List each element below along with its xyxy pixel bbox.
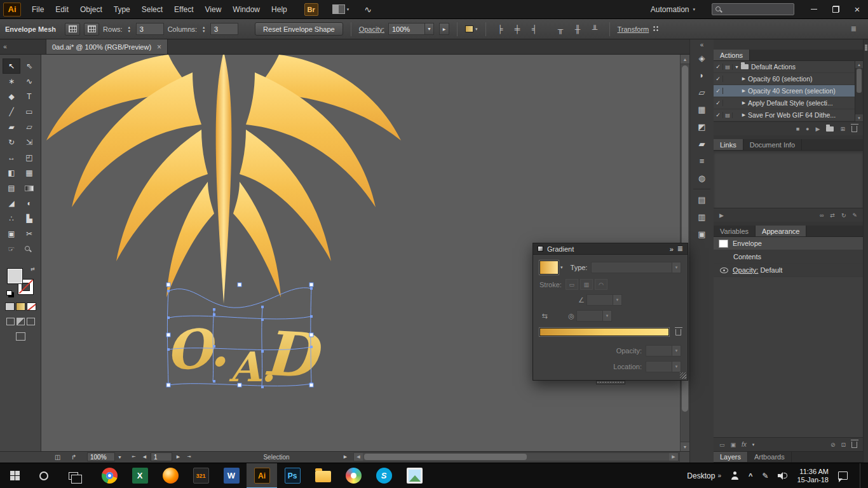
- tool-lasso[interactable]: ∿: [20, 74, 38, 89]
- tool-free-transform[interactable]: ◰: [20, 150, 38, 165]
- tool-artboard[interactable]: ▣: [3, 226, 20, 241]
- chevron-down-icon[interactable]: ▼: [115, 455, 125, 459]
- columns-stepper[interactable]: ▲▼: [201, 25, 207, 33]
- tab-document-info[interactable]: Document Info: [743, 139, 803, 150]
- desktop-toolbar[interactable]: Desktop »: [687, 471, 721, 480]
- new-action-icon[interactable]: ⊞: [840, 126, 845, 132]
- align-bottom-icon[interactable]: ╨: [588, 24, 602, 35]
- relink-icon[interactable]: ⇄: [830, 212, 835, 219]
- minimize-button[interactable]: [803, 0, 825, 18]
- chevron-down-icon[interactable]: ▼: [603, 310, 612, 322]
- none-button[interactable]: [27, 302, 36, 311]
- chevron-down-icon[interactable]: ▼: [672, 361, 681, 372]
- tool-perspective-grid[interactable]: ▦: [20, 165, 38, 180]
- opacity-slider-button[interactable]: ▶: [439, 23, 449, 35]
- reference-point-icon[interactable]: [653, 25, 660, 32]
- new-stroke-icon[interactable]: ▭: [719, 442, 725, 448]
- taskbar-app-video[interactable]: 321: [186, 463, 216, 488]
- draw-inside-button[interactable]: [27, 318, 35, 325]
- action-row[interactable]: ✓ ▶ Opacity 60 (selection): [714, 73, 863, 85]
- taskbar-app-file-explorer[interactable]: [308, 463, 338, 488]
- taskbar-app-skype[interactable]: S: [369, 463, 399, 488]
- reverse-gradient-icon[interactable]: ⇆: [539, 312, 550, 320]
- align-middle-icon[interactable]: ╫: [571, 24, 585, 35]
- resize-grip-icon[interactable]: [680, 372, 686, 379]
- scroll-right-icon[interactable]: ▶: [669, 453, 678, 461]
- gradient-angle-field[interactable]: [587, 294, 613, 306]
- tool-line[interactable]: ╱: [3, 104, 20, 119]
- duplicate-item-icon[interactable]: ⊡: [841, 442, 846, 448]
- cs-live-icon[interactable]: ∿: [364, 4, 372, 15]
- bridge-button[interactable]: Br: [304, 3, 318, 16]
- appearance-row-envelope[interactable]: Envelope: [714, 237, 863, 250]
- zoom-dropdown[interactable]: 100% ▼: [87, 452, 125, 462]
- tool-zoom[interactable]: [20, 241, 38, 257]
- dock-icon-transform[interactable]: ▱: [690, 84, 714, 101]
- tab-variables[interactable]: Variables: [714, 226, 756, 236]
- appearance-row-opacity[interactable]: Opacity: Default: [714, 264, 863, 277]
- collapse-toolbar-icon[interactable]: «: [0, 39, 10, 54]
- action-row-selected[interactable]: ✓ ▶ Opacity 40 Screen (selection): [714, 85, 863, 97]
- columns-input[interactable]: 3: [210, 23, 238, 35]
- action-row[interactable]: ✓ ▶ Apply Default Style (selecti...: [714, 97, 863, 109]
- clear-appearance-icon[interactable]: ⊘: [831, 442, 836, 448]
- expander-right-icon[interactable]: ▶: [740, 112, 748, 118]
- action-dialog-icon[interactable]: ▤: [723, 112, 733, 118]
- taskbar-app-illustrator[interactable]: Ai: [247, 463, 277, 488]
- menu-object[interactable]: Object: [74, 0, 108, 19]
- show-desktop-button[interactable]: [860, 463, 863, 488]
- chevron-down-icon[interactable]: ▼: [672, 262, 681, 273]
- taskbar-clock[interactable]: 11:36 AM 15-Jan-18: [797, 468, 829, 484]
- menu-view[interactable]: View: [200, 0, 227, 19]
- cortana-button[interactable]: [29, 463, 58, 488]
- menu-select[interactable]: Select: [136, 0, 168, 19]
- control-panel-menu-icon[interactable]: ≣: [851, 25, 857, 33]
- color-button[interactable]: [5, 302, 15, 311]
- collapse-panel-icon[interactable]: »: [670, 245, 674, 253]
- stroke-gradient-within-icon[interactable]: ▭: [566, 279, 578, 290]
- tool-selection[interactable]: ↖: [3, 58, 20, 74]
- horizontal-scroll-thumb[interactable]: [364, 454, 527, 460]
- align-top-icon[interactable]: ╥: [554, 24, 567, 35]
- people-icon[interactable]: [731, 471, 739, 480]
- gradient-opacity-field[interactable]: [646, 345, 672, 356]
- appearance-row-contents[interactable]: Contents: [714, 250, 863, 264]
- tool-symbol-sprayer[interactable]: ∴: [3, 211, 20, 226]
- tab-appearance[interactable]: Appearance: [756, 226, 806, 236]
- chevron-down-icon[interactable]: ▼: [672, 345, 681, 356]
- tool-pencil[interactable]: ▱: [20, 119, 38, 135]
- tool-slice[interactable]: ✂: [20, 226, 38, 241]
- gradient-location-field[interactable]: [646, 361, 672, 372]
- gradient-type-select[interactable]: [591, 262, 672, 273]
- scroll-up-icon[interactable]: ▲: [681, 55, 689, 64]
- rows-stepper[interactable]: ▲▼: [126, 25, 132, 33]
- chevron-down-icon[interactable]: ▼: [613, 294, 622, 306]
- menu-help[interactable]: Help: [266, 0, 293, 19]
- workspace-switcher[interactable]: Automation ▾: [651, 5, 695, 14]
- search-input[interactable]: [724, 6, 790, 13]
- taskbar-app-chrome[interactable]: [94, 463, 125, 488]
- start-button[interactable]: [0, 463, 29, 488]
- record-icon[interactable]: ●: [806, 126, 809, 132]
- opacity-dropdown[interactable]: 100% ▼: [388, 23, 434, 35]
- artboard-number-field[interactable]: 1: [151, 452, 172, 461]
- swap-fill-stroke-icon[interactable]: ⇄: [31, 266, 35, 272]
- gradient-slider[interactable]: [539, 328, 669, 336]
- transform-link[interactable]: Transform: [618, 25, 649, 33]
- align-center-icon[interactable]: ╪: [511, 24, 524, 35]
- tool-hand[interactable]: ☞: [3, 241, 20, 257]
- dock-icon-libraries[interactable]: ▤: [690, 191, 714, 208]
- visibility-eye-icon[interactable]: [720, 268, 728, 273]
- screen-mode-button[interactable]: [16, 332, 25, 341]
- align-right-icon[interactable]: ╡: [528, 24, 541, 35]
- close-tab-icon[interactable]: ×: [157, 43, 161, 51]
- tab-links[interactable]: Links: [714, 139, 743, 150]
- style-dropdown[interactable]: ▾: [465, 25, 478, 32]
- search-box[interactable]: [712, 3, 794, 15]
- expand-panels-icon[interactable]: «: [690, 39, 714, 50]
- tool-width[interactable]: ↔: [3, 150, 20, 165]
- gradient-button[interactable]: [16, 302, 25, 311]
- dock-icon-navigator[interactable]: ◍: [690, 170, 714, 187]
- tab-actions[interactable]: Actions: [714, 50, 750, 60]
- gradient-swatch[interactable]: [539, 261, 559, 274]
